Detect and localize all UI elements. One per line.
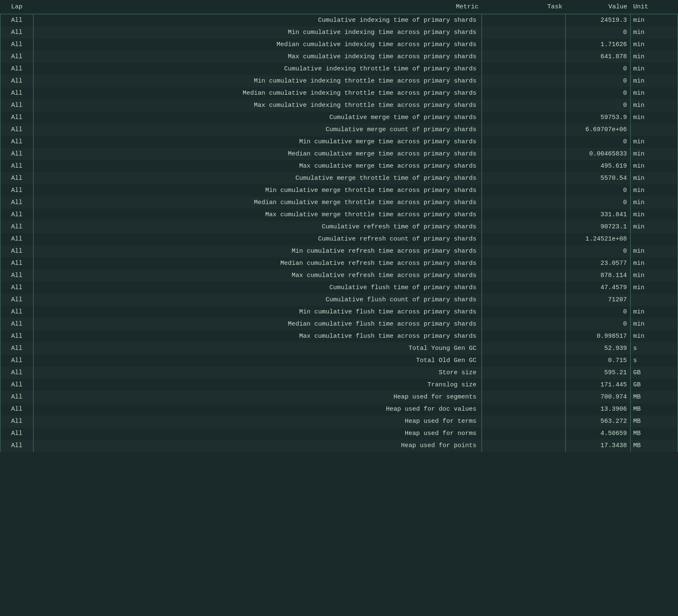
cell-value: 23.0577 <box>566 257 631 269</box>
cell-unit: MB <box>631 427 678 440</box>
cell-task <box>482 26 566 39</box>
cell-metric: Min cumulative indexing time across prim… <box>34 26 482 39</box>
cell-lap: All <box>0 342 34 355</box>
cell-metric: Cumulative refresh count of primary shar… <box>34 233 482 245</box>
cell-metric: Median cumulative flush time across prim… <box>34 318 482 330</box>
cell-lap: All <box>0 160 34 172</box>
cell-metric: Heap used for doc values <box>34 403 482 415</box>
table-row: AllMax cumulative flush time across prim… <box>0 330 678 342</box>
cell-task <box>482 184 566 197</box>
cell-value: 0 <box>566 87 631 99</box>
table-row: AllMedian cumulative indexing throttle t… <box>0 87 678 99</box>
cell-task <box>482 415 566 427</box>
cell-metric: Cumulative flush time of primary shards <box>34 282 482 294</box>
cell-task <box>482 197 566 209</box>
cell-unit: s <box>631 355 678 367</box>
cell-lap: All <box>0 245 34 257</box>
cell-value: 24519.3 <box>566 14 631 26</box>
table-row: AllCumulative merge count of primary sha… <box>0 124 678 136</box>
cell-lap: All <box>0 355 34 367</box>
cell-lap: All <box>0 197 34 209</box>
cell-unit <box>631 124 678 136</box>
cell-task <box>482 306 566 318</box>
header-task: Task <box>482 0 566 14</box>
cell-value: 52.939 <box>566 342 631 355</box>
cell-value: 1.71626 <box>566 39 631 51</box>
cell-metric: Max cumulative merge throttle time acros… <box>34 209 482 221</box>
cell-task <box>482 148 566 160</box>
cell-task <box>482 233 566 245</box>
cell-unit: min <box>631 87 678 99</box>
cell-task <box>482 318 566 330</box>
table-row: AllHeap used for doc values13.3906MB <box>0 403 678 415</box>
table-row: AllCumulative indexing throttle time of … <box>0 63 678 75</box>
cell-lap: All <box>0 39 34 51</box>
cell-lap: All <box>0 391 34 403</box>
cell-task <box>482 294 566 306</box>
cell-metric: Store size <box>34 367 482 379</box>
table-row: AllMedian cumulative merge time across p… <box>0 148 678 160</box>
cell-task <box>482 39 566 51</box>
cell-task <box>482 209 566 221</box>
cell-value: 171.445 <box>566 379 631 391</box>
cell-task <box>482 391 566 403</box>
table-row: AllMax cumulative indexing time across p… <box>0 51 678 63</box>
cell-unit: min <box>631 318 678 330</box>
cell-lap: All <box>0 403 34 415</box>
cell-unit: min <box>631 197 678 209</box>
cell-value: 71207 <box>566 294 631 306</box>
cell-value: 495.619 <box>566 160 631 172</box>
cell-value: 0 <box>566 136 631 148</box>
cell-unit: min <box>631 330 678 342</box>
cell-unit: min <box>631 63 678 75</box>
cell-unit: GB <box>631 379 678 391</box>
cell-unit: min <box>631 51 678 63</box>
cell-metric: Min cumulative merge throttle time acros… <box>34 184 482 197</box>
table-row: AllMin cumulative indexing time across p… <box>0 26 678 39</box>
cell-unit <box>631 294 678 306</box>
cell-metric: Max cumulative indexing time across prim… <box>34 51 482 63</box>
table-row: AllMin cumulative merge time across prim… <box>0 136 678 148</box>
cell-metric: Heap used for points <box>34 440 482 452</box>
table-row: AllCumulative refresh count of primary s… <box>0 233 678 245</box>
cell-value: 17.3438 <box>566 440 631 452</box>
cell-task <box>482 99 566 111</box>
cell-task <box>482 136 566 148</box>
cell-task <box>482 269 566 282</box>
cell-lap: All <box>0 184 34 197</box>
cell-value: 59753.9 <box>566 111 631 124</box>
cell-task <box>482 367 566 379</box>
cell-lap: All <box>0 172 34 184</box>
cell-lap: All <box>0 51 34 63</box>
cell-lap: All <box>0 294 34 306</box>
cell-unit: min <box>631 282 678 294</box>
table-row: AllHeap used for segments700.974MB <box>0 391 678 403</box>
cell-unit: min <box>631 39 678 51</box>
cell-task <box>482 257 566 269</box>
table-row: AllMedian cumulative refresh time across… <box>0 257 678 269</box>
cell-unit: min <box>631 26 678 39</box>
cell-task <box>482 221 566 233</box>
table-row: AllCumulative merge throttle time of pri… <box>0 172 678 184</box>
cell-metric: Min cumulative merge time across primary… <box>34 136 482 148</box>
cell-unit: min <box>631 172 678 184</box>
cell-lap: All <box>0 136 34 148</box>
cell-value: 0 <box>566 26 631 39</box>
cell-task <box>482 440 566 452</box>
cell-lap: All <box>0 209 34 221</box>
cell-value: 0.715 <box>566 355 631 367</box>
cell-lap: All <box>0 269 34 282</box>
table-row: AllMax cumulative indexing throttle time… <box>0 99 678 111</box>
cell-unit: MB <box>631 415 678 427</box>
cell-unit: min <box>631 221 678 233</box>
table-row: AllMedian cumulative indexing time acros… <box>0 39 678 51</box>
cell-lap: All <box>0 415 34 427</box>
table-header: Lap Metric Task Value Unit <box>0 0 678 14</box>
cell-value: 4.50659 <box>566 427 631 440</box>
cell-task <box>482 51 566 63</box>
cell-unit: min <box>631 269 678 282</box>
cell-unit: min <box>631 160 678 172</box>
cell-metric: Heap used for norms <box>34 427 482 440</box>
cell-value: 0 <box>566 99 631 111</box>
cell-lap: All <box>0 440 34 452</box>
